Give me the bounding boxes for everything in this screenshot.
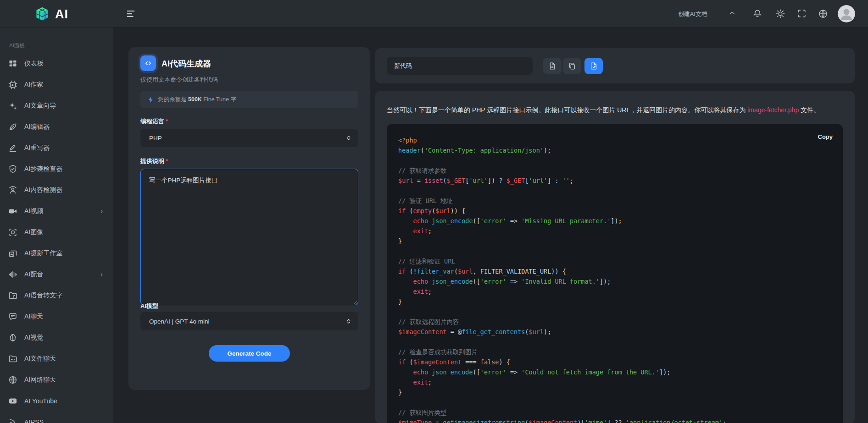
create-ai-doc-link[interactable]: 创建AI文档 — [678, 10, 707, 18]
sidebar-item-label: AI文章向导 — [24, 102, 56, 110]
sidebar-item-label: AI图像 — [24, 228, 43, 236]
vision-icon — [8, 333, 17, 342]
web-chat-icon — [8, 375, 17, 385]
balance-suffix: Fine Tune 字 — [202, 96, 236, 103]
page-title: AI代码生成器 — [161, 58, 211, 69]
sidebar-item-editor[interactable]: AI编辑器 — [0, 116, 114, 137]
sidebar-item-file-chat[interactable]: AI文件聊天 — [0, 348, 114, 369]
sidebar-item-label: AI文件聊天 — [24, 355, 56, 363]
globe-icon[interactable] — [818, 9, 828, 19]
sidebar-item-voiceover[interactable]: AI配音› — [0, 264, 114, 285]
sidebar-item-article-wizard[interactable]: AI文章向导 — [0, 95, 114, 116]
fullscreen-icon[interactable] — [797, 9, 807, 19]
code-line: // 获取远程图片内容 — [398, 317, 834, 327]
app-logo[interactable]: AI — [34, 5, 68, 23]
model-value: OpenAI | GPT 4o mini — [149, 318, 210, 325]
code-line: if (!filter_var($url, FILTER_VALIDATE_UR… — [398, 266, 834, 276]
sidebar-item-ai-writer[interactable]: AIAI作家 — [0, 74, 114, 95]
editor-icon — [8, 122, 17, 132]
sidebar-item-speech-to-text[interactable]: AI语音转文字 — [0, 285, 114, 306]
sidebar-item-youtube[interactable]: AI YouTube — [0, 390, 114, 412]
description-textarea[interactable]: 写一个PHP远程图片接口 — [140, 169, 358, 305]
content-detector-icon — [8, 186, 17, 195]
sidebar-item-label: 仪表板 — [24, 60, 44, 68]
code-line — [398, 397, 834, 407]
dashboard-icon — [8, 59, 17, 68]
sidebar-item-chat[interactable]: AI聊天 — [0, 306, 114, 327]
sun-icon[interactable] — [775, 9, 785, 19]
sidebar-item-dashboard[interactable]: 仪表板 — [0, 53, 114, 74]
youtube-icon — [8, 396, 17, 406]
sidebar-item-image[interactable]: AI图像 — [0, 222, 114, 243]
sidebar-item-label: AI配音 — [24, 270, 43, 279]
sidebar-item-vision[interactable]: AI视觉 — [0, 327, 114, 348]
video-icon — [8, 207, 17, 216]
page-subtitle: 仅使用文本命令创建各种代码 — [140, 76, 218, 84]
inline-filename: image-fetcher.php — [747, 106, 799, 114]
code-line — [398, 246, 834, 256]
bell-icon[interactable] — [752, 9, 762, 19]
file-chat-icon — [8, 354, 17, 363]
save-document-button[interactable] — [584, 58, 603, 74]
select-caret-icon — [345, 318, 352, 324]
code-line: if (empty($url)) { — [398, 206, 834, 216]
balance-banner: 您的余额是 500K Fine Tune 字 — [140, 91, 358, 108]
voiceover-icon — [8, 270, 17, 279]
chevron-up-icon[interactable] — [728, 9, 738, 19]
logo-text: AI — [55, 7, 68, 22]
code-line: header('Content-Type: application/json')… — [398, 145, 834, 155]
bolt-icon — [147, 96, 154, 104]
language-value: PHP — [149, 135, 162, 142]
sidebar-item-web-chat[interactable]: AI网络聊天 — [0, 369, 114, 390]
sidebar-item-plagiarism[interactable]: AI抄袭检查器 — [0, 159, 114, 180]
sidebar-item-label: AI网络聊天 — [24, 376, 56, 384]
code-line: exit; — [398, 226, 834, 236]
select-caret-icon — [345, 135, 352, 141]
code-line: exit; — [398, 377, 834, 387]
sidebar-menu: 仪表板AIAI作家AI文章向导AI编辑器AI重写器AI抄袭检查器AI内容检测器A… — [0, 53, 114, 423]
avatar[interactable] — [838, 5, 855, 22]
rss-icon — [8, 418, 17, 423]
sidebar-item-label: AI YouTube — [24, 397, 57, 405]
document-title-input[interactable] — [387, 57, 533, 75]
sidebar-item-photo-studio[interactable]: AI摄影工作室 — [0, 243, 114, 264]
menu-icon[interactable] — [126, 8, 138, 20]
sidebar-item-rewriter[interactable]: AI重写器 — [0, 137, 114, 159]
code-line: exit; — [398, 286, 834, 297]
article-wizard-icon — [8, 101, 17, 110]
balance-amount: 500K — [188, 96, 202, 103]
code-block: Copy <?phpheader('Content-Type: applicat… — [387, 124, 843, 423]
sidebar-section-label: AI面板 — [9, 42, 25, 49]
result-intro-text: 当然可以！下面是一个简单的 PHP 远程图片接口示例。此接口可以接收一个图片 U… — [387, 105, 843, 115]
document-toolbar-card — [375, 48, 855, 83]
code-line: if ($imageContent === false) { — [398, 357, 834, 367]
code-line: echo json_encode(['error' => 'Invalid UR… — [398, 276, 834, 286]
sidebar-item-video[interactable]: AI视频› — [0, 201, 114, 222]
sidebar-item-content-detector[interactable]: AI内容检测器 — [0, 180, 114, 201]
result-panel: 当然可以！下面是一个简单的 PHP 远程图片接口示例。此接口可以接收一个图片 U… — [375, 91, 855, 423]
rewriter-icon — [8, 143, 17, 153]
plagiarism-icon — [8, 165, 17, 174]
model-select[interactable]: OpenAI | GPT 4o mini — [140, 312, 358, 330]
required-mark: * — [166, 158, 168, 165]
language-label: 编程语言* — [140, 117, 168, 126]
image-icon — [8, 228, 17, 237]
sidebar-item-label: AI编辑器 — [24, 123, 50, 131]
code-line: } — [398, 297, 834, 307]
code-line: // 过滤和验证 URL — [398, 256, 834, 266]
new-document-button[interactable] — [543, 58, 562, 74]
language-select[interactable]: PHP — [140, 129, 358, 147]
code-line — [398, 337, 834, 347]
copy-document-button[interactable] — [563, 58, 581, 74]
sidebar-item-label: AIRSS — [24, 418, 44, 423]
speech-to-text-icon — [8, 291, 17, 300]
cube-logo-icon — [34, 5, 50, 23]
sidebar-item-rss[interactable]: AIRSS — [0, 412, 114, 423]
balance-prefix: 您的余额是 — [158, 96, 188, 103]
code-content: <?phpheader('Content-Type: application/j… — [398, 135, 834, 423]
generate-code-button[interactable]: Generate Code — [209, 345, 290, 362]
code-line: $mimeType = getimagesizefromstring($imag… — [398, 418, 834, 423]
description-label: 提供说明* — [140, 157, 168, 165]
new-document-icon — [548, 62, 556, 70]
required-mark: * — [166, 118, 168, 125]
